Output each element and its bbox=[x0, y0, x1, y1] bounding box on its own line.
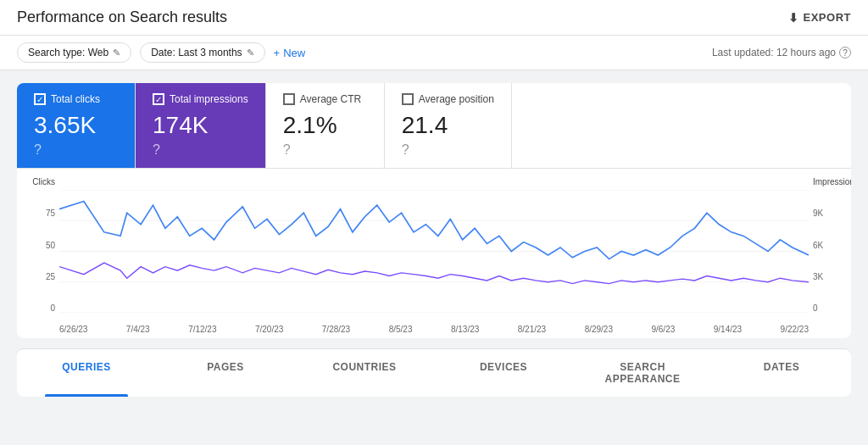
export-icon: ⬇ bbox=[788, 11, 799, 25]
clicks-line bbox=[59, 202, 809, 259]
metrics-row: Total clicks 3.65K ? Total impressions 1… bbox=[17, 83, 851, 169]
total-impressions-value: 174K bbox=[153, 112, 248, 139]
y-left-label: Clicks bbox=[30, 177, 55, 186]
average-ctr-label: Average CTR bbox=[300, 93, 361, 105]
date-filter[interactable]: Date: Last 3 months ✎ bbox=[140, 42, 264, 63]
top-bar: Performance on Search results ⬇ EXPORT bbox=[0, 0, 868, 36]
date-label: Date: Last 3 months bbox=[151, 47, 242, 58]
average-position-metric[interactable]: Average position 21.4 ? bbox=[385, 83, 512, 168]
tab-devices[interactable]: DEVICES bbox=[434, 349, 573, 397]
tab-queries[interactable]: QUERIES bbox=[17, 349, 156, 397]
search-type-label: Search type: Web bbox=[28, 47, 108, 58]
average-ctr-help: ? bbox=[283, 142, 367, 158]
total-impressions-checkbox[interactable] bbox=[153, 93, 164, 105]
total-impressions-help: ? bbox=[153, 142, 248, 158]
edit-icon-date: ✎ bbox=[247, 47, 254, 58]
help-icon: ? bbox=[839, 47, 851, 58]
impressions-line bbox=[59, 263, 809, 283]
y-axis-right: Impressions 9K 6K 3K 0 bbox=[813, 177, 838, 313]
chart-area: Clicks 75 50 25 0 Impressions 9K 6K 3K 0 bbox=[17, 169, 851, 338]
chart-svg bbox=[59, 190, 809, 313]
y-axis-left: Clicks 75 50 25 0 bbox=[30, 177, 55, 313]
export-button[interactable]: ⬇ EXPORT bbox=[788, 11, 851, 25]
search-type-filter[interactable]: Search type: Web ✎ bbox=[17, 42, 131, 63]
plus-icon: + bbox=[274, 47, 281, 59]
total-clicks-label: Total clicks bbox=[51, 93, 100, 105]
total-impressions-metric[interactable]: Total impressions 174K ? bbox=[136, 83, 266, 168]
total-clicks-help: ? bbox=[34, 142, 118, 158]
last-updated: Last updated: 12 hours ago ? bbox=[712, 47, 851, 58]
average-position-value: 21.4 bbox=[402, 112, 494, 139]
last-updated-text: Last updated: 12 hours ago bbox=[712, 47, 836, 58]
new-button[interactable]: + New bbox=[274, 47, 306, 59]
tab-pages[interactable]: PAGES bbox=[156, 349, 295, 397]
metrics-chart-card: Total clicks 3.65K ? Total impressions 1… bbox=[17, 83, 851, 338]
filter-bar: Search type: Web ✎ Date: Last 3 months ✎… bbox=[0, 36, 868, 70]
tabs-bar: QUERIES PAGES COUNTRIES DEVICES SEARCH A… bbox=[17, 348, 851, 397]
tab-countries[interactable]: COUNTRIES bbox=[295, 349, 434, 397]
average-ctr-value: 2.1% bbox=[283, 112, 367, 139]
total-clicks-metric[interactable]: Total clicks 3.65K ? bbox=[17, 83, 136, 168]
average-position-checkbox[interactable] bbox=[402, 93, 414, 105]
new-label: New bbox=[283, 47, 305, 59]
average-ctr-metric[interactable]: Average CTR 2.1% ? bbox=[266, 83, 385, 168]
x-axis: 6/26/23 7/4/23 7/12/23 7/20/23 7/28/23 8… bbox=[59, 325, 809, 334]
total-impressions-label: Total impressions bbox=[170, 93, 248, 105]
average-position-help: ? bbox=[402, 142, 494, 158]
tab-search-appearance[interactable]: SEARCH APPEARANCE bbox=[573, 349, 712, 397]
edit-icon: ✎ bbox=[113, 47, 120, 58]
main-content: Total clicks 3.65K ? Total impressions 1… bbox=[0, 70, 868, 409]
page-title: Performance on Search results bbox=[17, 8, 227, 26]
total-clicks-checkbox[interactable] bbox=[34, 93, 46, 105]
average-position-label: Average position bbox=[419, 93, 494, 105]
tab-dates[interactable]: DATES bbox=[712, 349, 851, 397]
export-label: EXPORT bbox=[804, 11, 851, 24]
y-right-label: Impressions bbox=[813, 177, 838, 186]
average-ctr-checkbox[interactable] bbox=[283, 93, 295, 105]
chart-wrapper: Clicks 75 50 25 0 Impressions 9K 6K 3K 0 bbox=[30, 177, 838, 334]
total-clicks-value: 3.65K bbox=[34, 112, 118, 139]
